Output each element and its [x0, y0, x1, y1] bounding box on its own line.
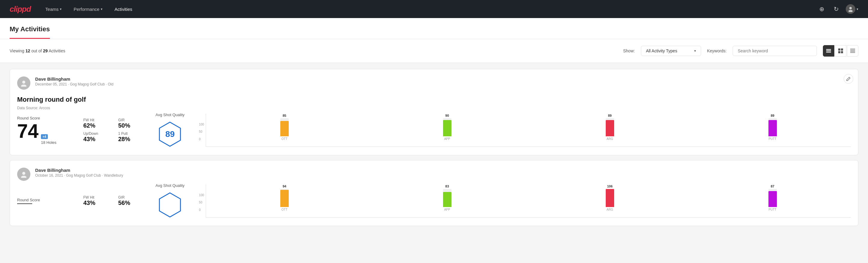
search-input[interactable] — [733, 46, 817, 56]
score-section: Round Score 74 +4 18 Holes — [17, 116, 71, 145]
round-score-label: Round Score — [17, 116, 71, 120]
svg-point-17 — [21, 176, 27, 178]
user-avatar-2 — [17, 168, 30, 181]
view-toggles — [823, 45, 858, 57]
y-label-100-2: 100 — [199, 194, 204, 197]
bar-col-putt: 87PUTT — [694, 184, 851, 211]
svg-rect-3 — [826, 51, 831, 52]
svg-rect-7 — [838, 51, 840, 53]
avg-shot-quality-label: Avg Shot Quality — [155, 113, 185, 117]
data-source: Data Source: Arccos — [17, 106, 851, 110]
bar-track-arg — [606, 118, 614, 136]
bar-fill-putt — [769, 120, 777, 136]
navbar: clippd Teams ▾ Performance ▾ Activities … — [0, 0, 868, 18]
stat-fw-hit-label: FW Hit — [83, 118, 108, 122]
user-name-2: Dave Billingham — [35, 168, 851, 173]
svg-rect-8 — [841, 51, 843, 53]
avatar-button[interactable]: ▾ — [846, 4, 858, 14]
svg-point-16 — [22, 172, 25, 175]
bar-value-ott: 85 — [283, 114, 286, 117]
bar-track-putt — [769, 118, 777, 136]
user-info-2: Dave Billingham October 16, 2021 · Gog M… — [35, 168, 851, 181]
bar-value-ott: 94 — [283, 184, 286, 188]
bar-track-ott — [280, 118, 289, 136]
bar-fill-putt — [769, 191, 777, 207]
bar-value-app: 83 — [445, 184, 449, 188]
activity-card: Dave Billingham December 05, 2021 · Gog … — [10, 69, 858, 155]
stat-updown-label: Up/Down — [83, 132, 108, 136]
stat-gir-label-2: GIR — [118, 195, 144, 200]
nav-item-teams[interactable]: Teams ▾ — [40, 4, 66, 14]
stat-gir-label: GIR — [118, 118, 144, 122]
svg-rect-12 — [850, 52, 855, 53]
stat-updown-value: 43% — [83, 136, 108, 143]
svg-rect-5 — [838, 49, 840, 51]
score-main-2 — [17, 203, 71, 204]
nav-item-performance[interactable]: Performance ▾ — [69, 4, 107, 14]
y-label-100: 100 — [199, 123, 204, 126]
bar-x-label-ott: OTT — [281, 137, 287, 141]
bar-col-arg: 106ARG — [531, 184, 688, 211]
bar-fill-arg — [606, 120, 614, 136]
bar-col-app: 83APP — [369, 184, 525, 211]
y-label-50-2: 50 — [199, 201, 204, 204]
bar-x-label-ott: OTT — [281, 208, 287, 211]
user-date-2: October 16, 2021 · Gog Magog Golf Club ·… — [35, 173, 851, 178]
avg-shot-quality-label-2: Avg Shot Quality — [155, 183, 185, 188]
stat-fw-hit-value: 62% — [83, 122, 108, 129]
score-number: 74 — [17, 122, 38, 141]
performance-chevron-icon: ▾ — [101, 7, 102, 11]
score-section-2: Round Score — [17, 198, 71, 204]
edit-button[interactable] — [844, 74, 853, 84]
bar-col-app: 90APP — [369, 114, 525, 141]
bar-track-putt — [769, 189, 777, 207]
hexagon-2 — [156, 192, 183, 218]
stat-gir-value-2: 56% — [118, 200, 144, 206]
nav-right: ⊕ ↻ ▾ — [817, 4, 858, 14]
stat-fw-hit-value-2: 43% — [83, 200, 108, 206]
score-badge: +4 — [41, 134, 48, 139]
bar-col-ott: 94OTT — [206, 184, 363, 211]
bar-chart: 100 50 0 85OTT90APP89ARG89PUTT — [194, 114, 851, 147]
user-name: Dave Billingham — [35, 77, 851, 82]
y-label-50: 50 — [199, 130, 204, 133]
y-label-0: 0 — [199, 138, 204, 141]
refresh-icon[interactable]: ↻ — [831, 4, 841, 14]
svg-marker-18 — [159, 193, 181, 217]
activity-title: Morning round of golf — [17, 96, 851, 104]
bar-x-label-arg: ARG — [607, 208, 613, 211]
stat-gir: GIR 50% — [118, 118, 144, 129]
round-score-label-2: Round Score — [17, 198, 71, 202]
stats-section-2: FW Hit 43% GIR 56% — [83, 195, 144, 206]
nav-item-activities[interactable]: Activities — [110, 4, 137, 14]
bar-x-label-app: APP — [444, 137, 450, 141]
stat-gir-value: 50% — [118, 122, 144, 129]
bar-fill-app — [443, 192, 452, 207]
main-content: Dave Billingham December 05, 2021 · Gog … — [0, 63, 868, 232]
view-toggle-list[interactable] — [823, 45, 834, 57]
shot-quality-value: 89 — [165, 129, 175, 139]
avatar — [846, 4, 856, 14]
logo[interactable]: clippd — [10, 4, 31, 14]
activity-type-dropdown[interactable]: All Activity Types ▾ — [641, 46, 701, 56]
shot-quality-display: Avg Shot Quality 89 — [155, 113, 185, 148]
add-icon[interactable]: ⊕ — [817, 4, 827, 14]
bar-col-putt: 89PUTT — [694, 114, 851, 141]
view-toggle-compact[interactable] — [847, 45, 858, 57]
bar-value-arg: 89 — [608, 114, 612, 117]
bar-value-putt: 87 — [771, 184, 774, 188]
view-toggle-grid[interactable] — [835, 45, 846, 57]
stat-1putt: 1 Putt 28% — [118, 132, 144, 143]
bar-x-label-putt: PUTT — [769, 137, 777, 141]
svg-rect-10 — [850, 50, 855, 51]
svg-point-14 — [21, 85, 27, 87]
bar-x-label-app: APP — [444, 208, 450, 211]
stat-fw-hit-label-2: FW Hit — [83, 195, 108, 200]
page-title: My Activities — [10, 25, 50, 39]
stat-fw-hit-2: FW Hit 43% — [83, 195, 108, 206]
hexagon: 89 — [156, 121, 183, 148]
bar-value-putt: 89 — [771, 114, 774, 117]
stat-fw-hit: FW Hit 62% — [83, 118, 108, 129]
svg-point-0 — [849, 7, 852, 9]
score-number-2 — [17, 203, 32, 204]
